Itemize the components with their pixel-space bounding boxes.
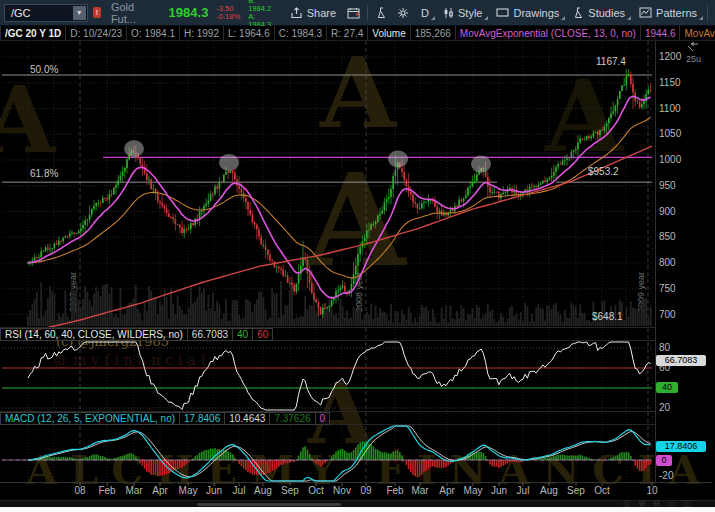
svg-text:May: May (464, 485, 483, 496)
svg-text:Nov: Nov (333, 485, 351, 496)
patterns-button[interactable]: Patterns (632, 4, 704, 22)
chart-title: /GC 20 Y 1D (0, 26, 66, 40)
study-movavgexp-label[interactable]: MovAvgExponential (CLOSE, 13, 0, no) (456, 26, 641, 40)
rsi-level-badge: 40 (656, 382, 678, 393)
fib-50-label[interactable]: 50.0% (30, 64, 58, 75)
svg-text:750: 750 (659, 283, 676, 294)
patterns-icon (639, 7, 652, 18)
tests-button[interactable] (371, 4, 392, 22)
svg-text:Jun: Jun (206, 485, 222, 496)
macd-zero-badge: 0 (656, 455, 672, 466)
price-callout-mid: $953.2 (588, 166, 619, 177)
year-caption: 2009 year (636, 272, 646, 312)
studies-button[interactable]: Studies (566, 4, 632, 22)
macd-diff-value: 7.37626 (270, 412, 315, 425)
svg-text:May: May (179, 485, 198, 496)
peak-ellipse-drawing[interactable] (219, 154, 239, 171)
toolbar-separator (367, 5, 368, 21)
svg-text:1050: 1050 (659, 128, 682, 139)
page-margin (0, 507, 715, 512)
rsi-header: RSI (14, 60, 40, CLOSE, WILDERS, no) 66.… (0, 328, 273, 341)
rsi-value: 66.7083 (188, 328, 233, 341)
rsi-line (28, 342, 651, 410)
black-box-drawing[interactable] (497, 163, 556, 206)
timeframe-button[interactable]: D (414, 4, 436, 22)
fib-618-label[interactable]: 61.8% (30, 168, 58, 179)
macd-signal-line (28, 426, 651, 481)
macd-label[interactable]: MACD (12, 26, 5, EXPONENTIAL, no) (0, 412, 180, 425)
dropdown-corner-icon (431, 16, 435, 20)
svg-text:Sep: Sep (567, 485, 585, 496)
svg-text:1200: 1200 (659, 51, 682, 62)
watermark-brand: ALCHEMY FINANCIAL (26, 446, 715, 493)
rsi-overbought-level: 60 (253, 328, 273, 341)
bid-ask: B: 1984.2 A: 1984.3 (248, 0, 277, 29)
svg-text:1100: 1100 (659, 103, 681, 114)
flask-icon (573, 7, 584, 19)
volume-label: Volume (368, 26, 410, 40)
svg-text:700: 700 (659, 309, 676, 320)
peak-ellipse-drawing[interactable] (388, 150, 408, 167)
studies-label: Studies (588, 7, 625, 19)
scrollbar-thumb[interactable] (197, 503, 341, 506)
symbol-input[interactable]: /GC ▾ (4, 4, 88, 22)
bid-value: B: 1984.2 (248, 0, 277, 13)
rsi-label[interactable]: RSI (14, 60, 40, CLOSE, WILDERS, no) (0, 328, 188, 341)
study-movavg-label[interactable]: MovAvg... (680, 26, 715, 40)
ohlc-date: D: 10/24/23 (66, 26, 127, 40)
drawings-label: Drawings (513, 7, 559, 19)
svg-text:Jul: Jul (517, 485, 530, 496)
macd-header: MACD (12, 26, 5, EXPONENTIAL, no) 17.840… (0, 412, 330, 425)
macd-value: 17.8406 (180, 412, 225, 425)
flask-icon (376, 7, 387, 19)
candlesticks (27, 69, 651, 318)
share-button[interactable]: Share (283, 4, 343, 22)
macd-line (28, 426, 651, 481)
style-label: Style (458, 7, 482, 19)
change-percent: -0.18% (216, 13, 240, 21)
rsi-panel (2, 342, 652, 410)
year-caption: 2007 year (68, 272, 78, 312)
last-price: 1984.3 (169, 5, 209, 20)
dropdown-corner-icon (561, 16, 565, 20)
svg-text:Apr: Apr (439, 485, 455, 496)
fib-retracement-lines[interactable] (2, 75, 652, 182)
price-axis[interactable]: 1200115011001050100095090085080075070080… (659, 51, 682, 481)
svg-text:Feb: Feb (386, 485, 404, 496)
alert-icon[interactable]: ! (93, 7, 101, 18)
peak-ellipse-drawing[interactable] (471, 156, 491, 173)
expansion-label: 25u (686, 55, 701, 64)
macd-signal-value: 10.4643 (225, 412, 270, 425)
symbol-value[interactable]: /GC (5, 7, 72, 19)
drawings-button[interactable]: Drawings (489, 4, 566, 22)
watermark-email: @myfinancial (54, 352, 210, 368)
pan-arrow-icon (686, 42, 700, 53)
svg-text:20: 20 (659, 402, 671, 413)
svg-text:-20: -20 (659, 470, 674, 481)
style-button[interactable]: Style (436, 4, 489, 22)
peak-ellipse-drawing[interactable] (124, 140, 144, 157)
watermark-monogram: A (320, 44, 396, 142)
settings-button[interactable] (392, 4, 414, 22)
ema13-line (28, 96, 651, 298)
svg-text:Mar: Mar (411, 485, 429, 496)
svg-text:Sep: Sep (281, 485, 299, 496)
axis-tools[interactable]: 25u (686, 42, 701, 64)
macd-panel (2, 426, 652, 481)
symbol-dropdown-icon[interactable]: ▾ (73, 6, 86, 20)
volume-value: 185,266 (411, 26, 456, 40)
svg-text:Oct: Oct (594, 485, 610, 496)
top-toolbar: /GC ▾ ! Gold Fut... 1984.3 -3.50 -0.18% … (0, 0, 715, 26)
svg-text:Jun: Jun (491, 485, 507, 496)
time-axis[interactable]: 08FebMarAprMayJunJulAugSepOctNov09FebMar… (74, 483, 658, 497)
dropdown-corner-icon (484, 16, 488, 20)
study-movavgexp-value: 1944.6 (641, 26, 681, 40)
long-moving-average (28, 146, 652, 332)
calendar-button[interactable] (343, 4, 364, 22)
moving-average-slow (28, 117, 651, 278)
timeframe-label: D (421, 7, 429, 19)
chart-canvas: 2007 year2008 year2009 year1200115011001… (0, 41, 715, 512)
trading-platform-window: A A A A A (c) @jmergz1985 @myfinancial A… (0, 0, 715, 512)
svg-text:Aug: Aug (254, 485, 272, 496)
toolbar-separator (707, 5, 708, 21)
